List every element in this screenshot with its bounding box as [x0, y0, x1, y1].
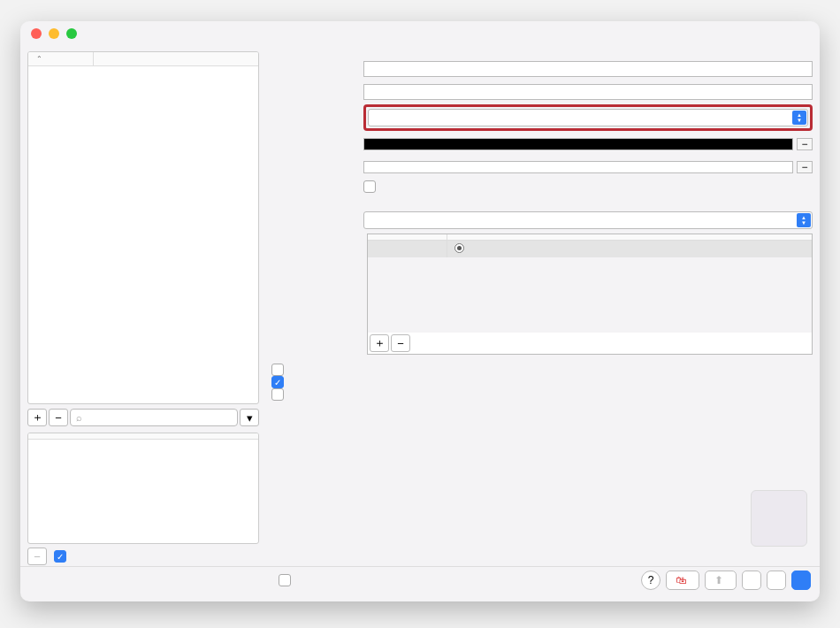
activate-checkbox[interactable]: ✓: [54, 550, 66, 563]
upload-button[interactable]: ⬆: [705, 571, 737, 590]
preview-box: [751, 490, 807, 547]
dossier-select-checkbox[interactable]: ✓: [271, 376, 284, 388]
bgcolor-clear-button[interactable]: −: [797, 161, 813, 173]
col-header-kuerzel[interactable]: ⌃: [28, 52, 94, 65]
select-arrows-icon: ▲▼: [797, 213, 811, 227]
stdmedia-select[interactable]: ▲▼: [368, 109, 808, 126]
hide-in-dropdown-checkbox[interactable]: [271, 364, 284, 376]
messmodi-table: ＋ −: [367, 234, 813, 355]
search-input[interactable]: ⌕: [70, 409, 238, 426]
sort-asc-icon: ⌃: [36, 55, 42, 63]
daysort-header: [28, 433, 258, 440]
name-input[interactable]: [363, 84, 813, 100]
textcolor-clear-button[interactable]: −: [797, 138, 813, 150]
detail-section-title: [268, 51, 813, 58]
settings-window: ⌃ ＋ − ⌕ ▾ −: [20, 21, 820, 601]
filter-dropdown-button[interactable]: ▾: [240, 409, 259, 426]
remove-entry-button[interactable]: −: [49, 409, 68, 426]
entries-list: ⌃: [27, 51, 259, 404]
show-deleted-checkbox[interactable]: [279, 574, 291, 586]
export-button[interactable]: [742, 571, 761, 590]
radio-icon[interactable]: [454, 243, 464, 253]
upload-icon: ⬆: [714, 574, 723, 586]
minimize-icon[interactable]: [49, 28, 59, 39]
search-icon: ⌕: [76, 412, 82, 423]
zoom-icon[interactable]: [66, 28, 77, 39]
add-entry-button[interactable]: ＋: [27, 409, 47, 426]
messmodi-col-name[interactable]: [368, 234, 447, 240]
kuerzel-input[interactable]: [363, 61, 813, 77]
ok-button[interactable]: [791, 571, 811, 590]
textcolor-swatch[interactable]: [364, 139, 792, 149]
messmodi-col-zeichen[interactable]: [447, 234, 812, 240]
bgcolor-swatch[interactable]: [364, 162, 792, 172]
close-icon[interactable]: [31, 28, 42, 39]
titlebar: [20, 21, 820, 46]
select-arrows-icon: ▲▼: [792, 111, 806, 125]
import-button[interactable]: [767, 571, 786, 590]
daysort-list: [27, 433, 259, 544]
table-row[interactable]: [368, 241, 812, 257]
footer-link[interactable]: [20, 593, 820, 601]
footer: ? 🛍 ⬆: [20, 566, 820, 593]
messmodi-remove-button[interactable]: −: [391, 334, 410, 352]
zeitrichtung-checkbox[interactable]: [363, 180, 376, 193]
bag-icon: 🛍: [676, 574, 686, 586]
messmodus-select[interactable]: ▲▼: [363, 211, 813, 229]
daysort-remove-button[interactable]: −: [27, 548, 47, 565]
help-button[interactable]: ?: [641, 571, 661, 590]
future-default-checkbox[interactable]: [271, 388, 284, 401]
tausch-center-button[interactable]: 🛍: [666, 571, 699, 590]
messmodi-add-button[interactable]: ＋: [370, 334, 389, 352]
col-header-name[interactable]: [94, 52, 258, 65]
